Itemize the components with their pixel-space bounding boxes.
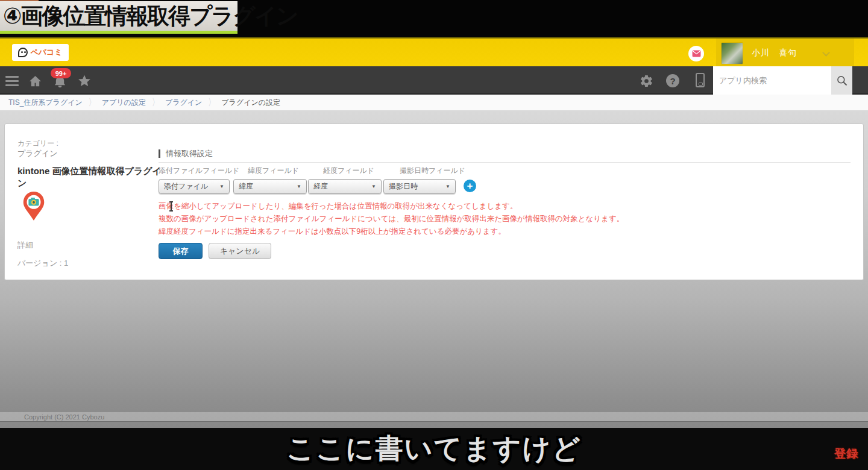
detail-label: 詳細	[17, 240, 33, 251]
avatar	[721, 42, 743, 64]
star-icon	[77, 74, 92, 88]
copyright-text: Copyright (C) 2021 Cybozu	[24, 413, 104, 421]
latitude-field-value: 緯度	[239, 181, 253, 192]
caption-bar: ここに書いてますけど 登録	[0, 428, 868, 470]
version-label: バージョン : 1	[17, 258, 68, 269]
add-row-button[interactable]: +	[464, 180, 476, 192]
settings-heading: 情報取得設定	[159, 149, 213, 158]
dropdown-arrow-icon: ▼	[297, 184, 301, 189]
search-input[interactable]	[713, 66, 831, 95]
home-icon	[28, 74, 42, 88]
datetime-field-label: 撮影日時フィールド	[400, 166, 465, 176]
breadcrumb-plugins[interactable]: プラグイン	[165, 98, 202, 108]
latitude-field-label: 緯度フィールド	[248, 166, 299, 176]
longitude-field-select[interactable]: 経度 ▼	[308, 179, 382, 194]
attachment-field-label: 添付ファイルフィールド	[159, 166, 239, 176]
kintone-header: ペパコミ 小川 喜句	[0, 37, 868, 66]
video-top-band: ④画像位置情報取得プラグイン	[0, 0, 868, 37]
search-button[interactable]	[831, 66, 852, 95]
latitude-field-select[interactable]: 緯度 ▼	[233, 179, 307, 194]
datetime-field-select[interactable]: 撮影日時 ▼	[383, 179, 456, 194]
dropdown-arrow-icon: ▼	[371, 184, 376, 189]
settings-button[interactable]	[639, 74, 653, 88]
video-title: ④画像位置情報取得プラグイン	[3, 1, 298, 31]
plugin-name: kintone 画像位置情報取得プラグイン	[17, 165, 162, 190]
breadcrumb-separator: 〉	[152, 96, 159, 109]
save-button[interactable]: 保存	[159, 243, 203, 259]
chevron-down-icon	[822, 49, 830, 57]
mobile-device-icon	[696, 73, 705, 87]
breadcrumb-app[interactable]: TIS_住所系プラグイン	[8, 98, 83, 108]
mail-icon	[692, 50, 701, 57]
datetime-field-value: 撮影日時	[389, 181, 418, 192]
pepacomi-mascot-icon	[18, 48, 28, 57]
gear-icon	[640, 74, 653, 88]
hamburger-menu-button[interactable]	[5, 74, 19, 88]
longitude-field-label: 経度フィールド	[323, 166, 374, 176]
breadcrumb-app-settings[interactable]: アプリの設定	[102, 98, 146, 108]
plugin-settings-panel: カテゴリー : プラグイン kintone 画像位置情報取得プラグイン 詳細 バ…	[4, 124, 864, 280]
mail-button[interactable]	[688, 46, 704, 61]
text-cursor-pointer	[169, 201, 174, 212]
map-pin-camera-icon	[20, 190, 48, 222]
breadcrumb-separator: 〉	[208, 96, 215, 109]
divider	[159, 162, 851, 163]
category-label: カテゴリー :	[17, 139, 58, 149]
category-value: プラグイン	[17, 148, 58, 159]
breadcrumb-plugin-settings: プラグインの設定	[221, 98, 280, 108]
user-menu[interactable]: 小川 喜句	[716, 39, 854, 67]
dropdown-arrow-icon: ▼	[219, 184, 224, 189]
dropdown-arrow-icon: ▼	[445, 184, 450, 189]
pepacomi-logo-label: ペパコミ	[30, 47, 62, 58]
longitude-field-value: 経度	[313, 181, 328, 192]
favorites-button[interactable]	[77, 74, 92, 88]
footer: Copyright (C) 2021 Cybozu	[0, 412, 868, 422]
user-name: 小川 喜句	[752, 48, 797, 58]
plugin-logo	[20, 190, 48, 222]
help-icon: ?	[666, 74, 679, 87]
breadcrumb: TIS_住所系プラグイン 〉 アプリの設定 〉 プラグイン 〉 プラグインの設定	[0, 95, 868, 110]
video-frame: ④画像位置情報取得プラグイン ペパコミ 小川 喜句	[0, 0, 868, 470]
attachment-field-select[interactable]: 添付ファイル ▼	[159, 179, 230, 194]
pepacomi-logo[interactable]: ペパコミ	[12, 44, 69, 61]
help-button[interactable]: ?	[665, 74, 680, 88]
cancel-button[interactable]: キャンセル	[209, 243, 271, 259]
mobile-view-button[interactable]	[693, 73, 707, 87]
search-icon	[836, 75, 848, 87]
notification-badge: 99+	[51, 68, 71, 78]
video-title-banner: ④画像位置情報取得プラグイン	[0, 1, 237, 34]
breadcrumb-separator: 〉	[89, 96, 96, 109]
warning-line: 複数の画像がアップロードされた添付ファイルフィールドについては、最初に位置情報が…	[159, 214, 624, 224]
caption-text: ここに書いてますけど	[286, 430, 582, 468]
attachment-field-value: 添付ファイル	[164, 181, 208, 192]
warning-line: 画像を縮小してアップロードしたり、編集を行った場合は位置情報の取得が出来なくなっ…	[159, 201, 517, 212]
subscribe-badge: 登録	[834, 446, 858, 462]
home-button[interactable]	[28, 74, 42, 88]
warning-line: 緯度経度フィールドに指定出来るフィールドは小数点以下9桁以上が指定されている必要…	[159, 227, 506, 237]
global-navbar: 99+ ?	[0, 66, 868, 95]
content-area: カテゴリー : プラグイン kintone 画像位置情報取得プラグイン 詳細 バ…	[0, 110, 868, 428]
